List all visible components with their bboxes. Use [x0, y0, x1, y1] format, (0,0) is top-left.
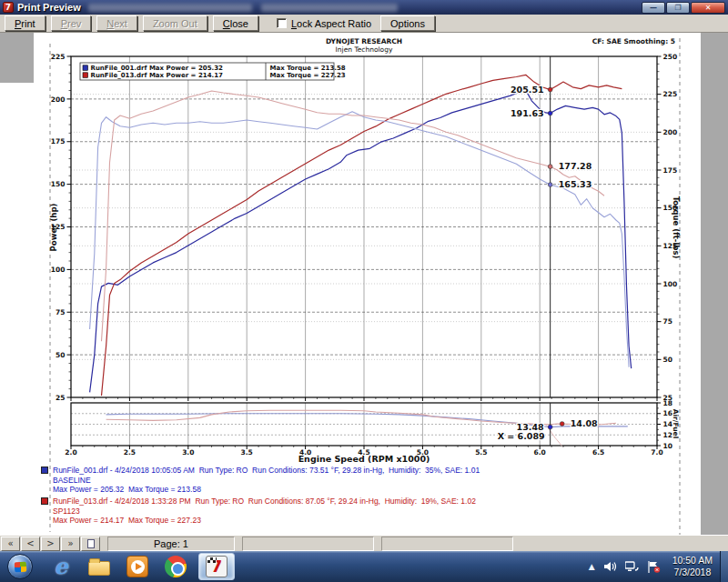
rpm-tick-label: 6.0 [534, 448, 546, 457]
taskbar: e 7 ▲ 10:50 AM 7/3/2018 [0, 551, 728, 582]
minimize-button[interactable]: — [642, 2, 665, 14]
run2-swatch-icon [41, 497, 48, 505]
prev-button[interactable]: Prev [51, 15, 92, 31]
torque-tick-label: 100 [663, 280, 678, 288]
taskbar-dynojet-active-app[interactable]: 7 [198, 553, 235, 580]
power-tick-label: 150 [51, 180, 66, 188]
airfuel-axis-title: Air/Fuel [672, 409, 680, 439]
torque-tick-label: 75 [663, 317, 672, 326]
power-tick-label: 50 [56, 351, 65, 359]
folder-icon [88, 561, 110, 576]
power-tick-label: 175 [51, 137, 66, 146]
network-icon[interactable] [625, 561, 639, 572]
run1-max-values: Max Power = 205.32 Max Torque = 213.58 [53, 485, 480, 495]
cursor-marker-dot [548, 87, 552, 92]
airfuel-tick-label: 16 [663, 409, 672, 417]
cursor-value-label: 177.28 [559, 161, 592, 171]
print-button[interactable]: Print [5, 15, 46, 31]
statusbar-panel [242, 537, 374, 551]
cursor-marker-dot [560, 422, 564, 426]
rpm-tick-label: 3.5 [241, 448, 253, 457]
restore-button[interactable]: ❐ [666, 2, 690, 14]
cursor-x-label: X = 6.089 [498, 431, 545, 441]
airfuel-tick-label: 14 [663, 420, 672, 428]
lock-aspect-ratio-control: Lock Aspect Ratio [277, 18, 371, 29]
run2-conditions: RunFile_013.drf - 4/24/2018 1:33:28 PM R… [53, 497, 476, 507]
prev-page-button[interactable]: < [21, 537, 40, 551]
torque-tick-label: 50 [663, 356, 672, 364]
statusbar: « < > » Page: 1 [0, 535, 728, 551]
last-page-button[interactable]: » [61, 537, 80, 551]
x-axis-title: Engine Speed (RPM x1000) [298, 454, 430, 464]
airfuel-tick-label: 18 [663, 399, 672, 407]
dynojet-winpep-icon: 7 [206, 556, 228, 577]
curve-runfile-013-torque [102, 91, 605, 341]
close-button[interactable]: Close [213, 15, 258, 31]
grid-layer [71, 56, 657, 446]
clock-date: 7/3/2018 [672, 567, 713, 578]
chrome-icon [165, 556, 187, 577]
show-desktop-button[interactable] [720, 551, 728, 582]
run1-swatch-icon [41, 467, 48, 474]
power-tick-label: 100 [51, 266, 66, 274]
airfuel-tick-label: 10 [663, 442, 672, 450]
tray-expand-icon[interactable]: ▲ [589, 562, 595, 571]
legend-run2-torque: Max Torque = 227.23 [270, 72, 346, 79]
cursor-marker-dot [548, 425, 552, 429]
first-page-button[interactable]: « [1, 537, 20, 551]
rpm-tick-label: 7.0 [651, 448, 662, 457]
page-setup-button[interactable] [81, 537, 100, 551]
zoom-out-button[interactable]: Zoom Out [143, 15, 207, 31]
report-subtitle: Injen Technology [336, 45, 393, 54]
rpm-tick-label: 6.5 [592, 448, 604, 457]
cursor-value-label: 205.51 [511, 85, 544, 95]
torque-tick-label: 250 [663, 53, 678, 61]
run2-label: SP1123 [53, 507, 476, 517]
run-info-sp1123: RunFile_013.drf - 4/24/2018 1:33:28 PM R… [41, 497, 476, 526]
lock-aspect-ratio-label: Lock Aspect Ratio [291, 18, 371, 29]
dyno-chart: DYNOJET RESEARCH Injen Technology CF: SA… [0, 33, 728, 535]
taskbar-ie-icon[interactable]: e [47, 553, 75, 580]
power-tick-label: 225 [51, 53, 66, 61]
options-button[interactable]: Options [380, 15, 435, 31]
run2-max-values: Max Power = 214.17 Max Torque = 227.23 [53, 516, 476, 526]
statusbar-panel [381, 537, 513, 551]
run1-conditions: RunFile_001.drf - 4/24/2018 10:05:05 AM … [53, 466, 480, 476]
volume-icon[interactable] [604, 561, 617, 572]
start-button[interactable] [7, 554, 33, 579]
windows-flag-icon [15, 562, 27, 573]
power-tick-label: 25 [56, 394, 65, 402]
cursor-layer[interactable]: X = 6.089205.51191.63177.28165.3313.4814… [498, 56, 598, 446]
legend-run1-power: RunFile_001.drf Max Power = 205.32 [91, 65, 224, 72]
system-tray: ▲ 10:50 AM 7/3/2018 [589, 551, 728, 582]
airfuel-tick-label: 12 [663, 431, 672, 439]
taskbar-media-player-icon[interactable] [124, 553, 151, 580]
taskbar-clock[interactable]: 10:50 AM 7/3/2018 [672, 555, 713, 578]
cursor-marker-dot [548, 183, 552, 187]
taskbar-explorer-icon[interactable] [86, 553, 113, 580]
lock-aspect-ratio-checkbox[interactable] [277, 18, 287, 28]
app-icon: 7 [3, 2, 14, 13]
legend-run2-power: RunFile_013.drf Max Power = 214.17 [91, 72, 224, 79]
legend-run1-torque: Max Torque = 213.58 [270, 65, 346, 72]
cursor-marker-dot [548, 165, 552, 169]
close-window-button[interactable]: ✕ [691, 2, 725, 14]
torque-axis-title: Torque (ft-lbs) [672, 196, 681, 259]
next-button[interactable]: Next [96, 15, 137, 31]
action-center-flag-icon[interactable] [647, 561, 661, 573]
next-page-button[interactable]: > [41, 537, 60, 551]
power-tick-label: 75 [56, 308, 65, 316]
print-preview-toolbar: Print Prev Next Zoom Out Close Lock Aspe… [0, 15, 728, 33]
titlebar: 7 Print Preview — ❐ ✕ [0, 0, 728, 15]
torque-tick-label: 175 [663, 166, 678, 175]
internet-explorer-icon: e [54, 556, 67, 577]
cursor-value-label: 191.63 [511, 108, 544, 118]
window-controls: — ❐ ✕ [642, 2, 725, 14]
power-axis-title: Power (hp) [49, 204, 58, 252]
rpm-tick-label: 2.0 [65, 448, 76, 457]
legend-swatch-run1 [83, 65, 88, 71]
rpm-tick-label: 5.5 [475, 448, 487, 457]
taskbar-chrome-icon[interactable] [162, 553, 189, 580]
run1-label: BASELINE [53, 476, 480, 486]
print-preview-window: 7 Print Preview — ❐ ✕ Print Prev Next Zo… [0, 0, 728, 582]
